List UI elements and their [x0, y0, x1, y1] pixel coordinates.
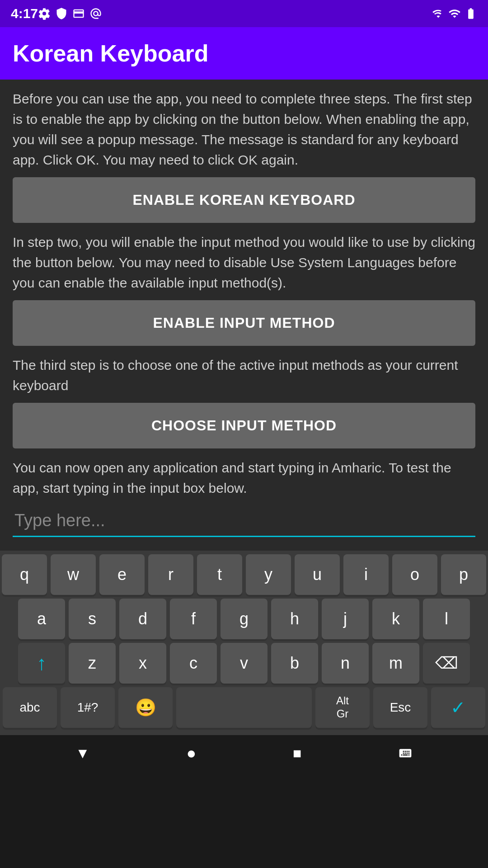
- app-header: Korean Keyboard: [0, 27, 488, 80]
- key-s[interactable]: s: [69, 599, 116, 639]
- enable-input-method-button[interactable]: ENABLE INPUT METHOD: [13, 300, 475, 346]
- nav-keyboard-button[interactable]: [398, 746, 413, 760]
- keyboard-row-3: ↑ z x c v b n m ⌫: [2, 643, 486, 684]
- key-p[interactable]: p: [441, 554, 486, 595]
- key-g[interactable]: g: [221, 599, 267, 639]
- wifi-icon: [432, 7, 445, 20]
- card-icon: [72, 7, 85, 20]
- enable-korean-keyboard-button[interactable]: ENABLE KOREAN KEYBOARD: [13, 177, 475, 223]
- key-d[interactable]: d: [119, 599, 166, 639]
- signal-icon: [448, 7, 461, 20]
- key-h[interactable]: h: [271, 599, 318, 639]
- shield-icon: [55, 7, 68, 20]
- key-y[interactable]: y: [246, 554, 291, 595]
- key-c[interactable]: c: [170, 643, 217, 684]
- status-left-icons: [38, 7, 102, 20]
- key-z[interactable]: z: [69, 643, 116, 684]
- key-b[interactable]: b: [271, 643, 318, 684]
- checkmark-icon: ✓: [450, 697, 466, 718]
- keyboard-row-1: q w e r t y u i o p: [2, 554, 486, 595]
- choose-input-method-button[interactable]: CHOOSE INPUT METHOD: [13, 403, 475, 448]
- key-i[interactable]: i: [343, 554, 389, 595]
- keyboard-icon: [398, 746, 413, 760]
- key-f[interactable]: f: [170, 599, 217, 639]
- esc-key[interactable]: Esc: [373, 687, 427, 728]
- nav-back-button[interactable]: ▼: [75, 745, 90, 762]
- nav-bar: ▼ ● ■: [0, 735, 488, 771]
- key-v[interactable]: v: [221, 643, 267, 684]
- status-right-icons: [432, 7, 477, 20]
- key-j[interactable]: j: [322, 599, 369, 639]
- key-e[interactable]: e: [99, 554, 145, 595]
- step2-description: In step two, you will enable the input m…: [13, 232, 475, 293]
- backspace-icon: ⌫: [435, 654, 458, 673]
- at-icon: [89, 7, 102, 20]
- key-l[interactable]: l: [423, 599, 470, 639]
- key-x[interactable]: x: [119, 643, 166, 684]
- key-m[interactable]: m: [372, 643, 419, 684]
- keyboard-row-2: a s d f g h j k l: [2, 599, 486, 639]
- backspace-key[interactable]: ⌫: [423, 643, 470, 684]
- altgr-key[interactable]: AltGr: [315, 687, 370, 728]
- nav-recents-button[interactable]: ■: [293, 745, 301, 762]
- time-text: 4:17: [11, 6, 38, 21]
- keyboard: q w e r t y u i o p a s d f g h j k l ↑ …: [0, 551, 488, 735]
- space-key[interactable]: [176, 687, 312, 728]
- abc-key[interactable]: abc: [3, 687, 57, 728]
- key-r[interactable]: r: [148, 554, 193, 595]
- step3-description: The third step is to choose one of the a…: [13, 355, 475, 396]
- check-key[interactable]: ✓: [431, 687, 485, 728]
- key-k[interactable]: k: [372, 599, 419, 639]
- key-o[interactable]: o: [392, 554, 437, 595]
- shift-key[interactable]: ↑: [18, 643, 65, 684]
- key-a[interactable]: a: [18, 599, 65, 639]
- key-w[interactable]: w: [51, 554, 96, 595]
- status-bar: 4:17: [0, 0, 488, 27]
- nav-home-button[interactable]: ●: [186, 744, 196, 763]
- keyboard-row-4: abc 1#? 😀 AltGr Esc ✓: [2, 687, 486, 728]
- test-description: You can now open any application and sta…: [13, 458, 475, 498]
- main-content: Before you can use the app, you need to …: [0, 80, 488, 551]
- key-n[interactable]: n: [322, 643, 369, 684]
- battery-icon: [465, 7, 477, 20]
- key-t[interactable]: t: [197, 554, 242, 595]
- type-here-input[interactable]: [13, 505, 475, 537]
- symbols-key[interactable]: 1#?: [61, 687, 115, 728]
- type-input-container: [13, 505, 475, 537]
- time-display: 4:17: [11, 6, 38, 21]
- step1-description: Before you can use the app, you need to …: [13, 89, 475, 170]
- key-u[interactable]: u: [295, 554, 340, 595]
- gear-icon: [38, 7, 51, 20]
- emoji-key[interactable]: 😀: [118, 687, 173, 728]
- key-q[interactable]: q: [2, 554, 47, 595]
- shift-up-icon: ↑: [37, 652, 47, 675]
- app-title: Korean Keyboard: [13, 40, 475, 67]
